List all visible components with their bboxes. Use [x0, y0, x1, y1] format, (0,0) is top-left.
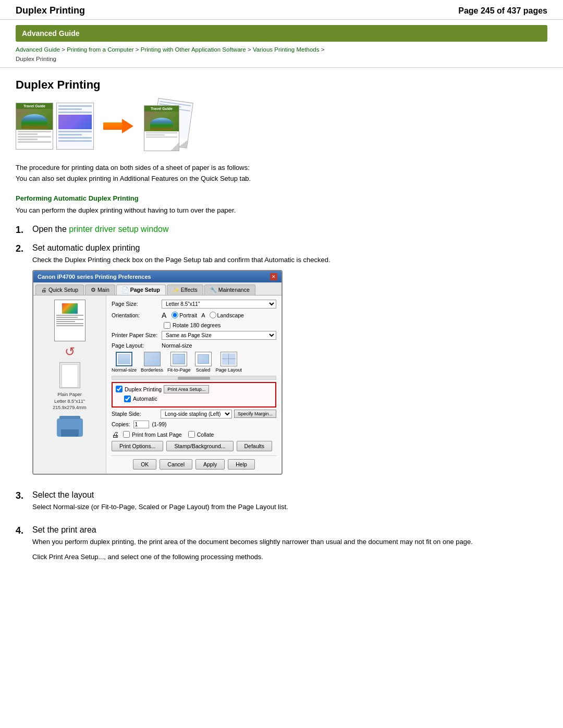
cancel-button[interactable]: Cancel — [160, 459, 192, 470]
dialog-layout-icons: Normal-size Borderless — [112, 352, 276, 373]
copies-label: Copies: — [112, 421, 130, 427]
portrait-radio-input[interactable] — [172, 312, 178, 318]
dialog-printer-paper-select[interactable]: Same as Page Size — [162, 331, 276, 340]
result-fold-corner — [171, 143, 179, 151]
step-3-content: Select the layout Select Normal-size (or… — [32, 490, 547, 517]
result-travel-line-2 — [146, 134, 165, 135]
dialog-page-layout-label-row: Page Layout: Normal-size — [112, 342, 276, 349]
collate-checkbox[interactable] — [188, 431, 195, 438]
page-doc-travel: Travel Guide — [16, 103, 53, 150]
layout-grid-3 — [222, 359, 229, 365]
step-1-link[interactable]: printer driver setup window — [69, 225, 168, 233]
dialog-printer-paper-row: Printer Paper Size: Same as Page Size — [112, 331, 276, 340]
description-line1: The procedure for printing data on both … — [16, 164, 250, 171]
dialog-rotate-row: Rotate 180 degrees — [164, 322, 276, 329]
dialog-orientation-row: Orientation: A Portrait A — [112, 311, 276, 319]
dialog-landscape-radio[interactable]: Landscape — [210, 312, 244, 318]
pages-after: Travel Guide — [144, 100, 191, 152]
breadcrumb-sep-1: > — [62, 46, 67, 53]
step-1: 1. Open the printer driver setup window — [16, 225, 547, 236]
description-line2: You can also set duplex printing in Addi… — [16, 175, 251, 182]
print-from-last-row: 🖨 Print from Last Page Collate — [112, 430, 276, 439]
result-travel-lines — [144, 131, 179, 140]
breadcrumb-sep-2: > — [136, 46, 141, 53]
result-page-front: Travel Guide — [144, 105, 179, 151]
layout-icon-scaled-box — [195, 352, 212, 366]
printer-top — [59, 416, 80, 419]
step-2-title: Set automatic duplex printing — [32, 243, 547, 253]
dialog-left-panel: ↺ Plain Paper Letter 8.5"x11" 215.9x279.… — [33, 295, 106, 474]
dialog-tab-effects[interactable]: ✨ Effects — [167, 285, 203, 295]
print-from-last-checkbox[interactable] — [123, 431, 130, 438]
page-doc-lined — [56, 103, 94, 150]
breadcrumb-printing-other[interactable]: Printing with Other Application Software — [141, 46, 246, 53]
layout-grid-4 — [229, 359, 236, 365]
right-arrow-icon — [103, 119, 134, 133]
result-travel-header: Travel Guide — [144, 106, 179, 112]
dialog-orientation-label: Orientation: — [112, 312, 158, 318]
lined-row-1 — [58, 105, 92, 107]
layout-icon-normal-inner — [118, 354, 130, 364]
rotate-checkbox[interactable] — [164, 322, 170, 329]
specify-margin-button[interactable]: Specify Margin... — [234, 410, 276, 418]
dialog-preview-line-2 — [56, 317, 78, 318]
travel-line-2 — [18, 133, 38, 135]
automatic-label: Automatic — [133, 396, 157, 402]
dialog-preview-line-3 — [56, 319, 83, 320]
dialog-page-size-select[interactable]: Letter 8.5"x11" — [162, 300, 276, 309]
duplex-printing-label: Duplex Printing — [125, 386, 162, 392]
staple-side-label: Staple Side: — [112, 411, 158, 417]
landscape-radio-input[interactable] — [210, 312, 216, 318]
copies-row: Copies: (1-99) — [112, 421, 276, 428]
apply-button[interactable]: Apply — [195, 459, 225, 470]
stamp-background-button[interactable]: Stamp/Background... — [166, 441, 233, 451]
dialog-scroll-bar[interactable] — [112, 376, 276, 380]
layout-icon-fitpage[interactable]: Fit-to-Page — [167, 352, 191, 373]
page-main-title: Duplex Printing — [16, 78, 547, 92]
advanced-guide-label: Advanced Guide — [22, 29, 79, 38]
defaults-button[interactable]: Defaults — [237, 441, 273, 451]
layout-icon-normal-box — [116, 352, 132, 366]
layout-icon-borderless[interactable]: Borderless — [141, 352, 163, 373]
layout-icon-pagelayout[interactable]: Page Layout — [216, 352, 242, 373]
dialog-screenshot: Canon iP4700 series Printing Preferences… — [32, 270, 283, 475]
layout-icon-normal[interactable]: Normal-size — [112, 352, 137, 373]
dialog-tab-main[interactable]: ⚙ Main — [85, 285, 115, 295]
lined-row-4 — [58, 131, 92, 132]
staple-side-select[interactable]: Long-side stapling (Left) — [161, 410, 232, 418]
dialog-tab-quick-setup[interactable]: 🖨 Quick Setup — [35, 285, 84, 295]
layout-icon-scaled[interactable]: Scaled — [195, 352, 212, 373]
step-4-title: Set the print area — [32, 525, 547, 535]
travel-line-3 — [18, 136, 51, 138]
dialog-printer-paper-label: Printer Paper Size: — [112, 332, 158, 338]
layout-icon-borderless-box — [144, 352, 161, 366]
layout-icon-fitpage-inner — [173, 354, 185, 364]
dialog-tab-maintenance[interactable]: 🔧 Maintenance — [204, 285, 255, 295]
performing-desc: You can perform the duplex printing with… — [16, 205, 547, 216]
breadcrumb-printing-from-computer[interactable]: Printing from a Computer — [67, 46, 133, 53]
travel-header: Travel Guide — [16, 103, 53, 109]
ok-button[interactable]: OK — [133, 459, 156, 470]
breadcrumb-sep-3: > — [248, 46, 253, 53]
copies-input[interactable] — [133, 421, 149, 428]
print-area-setup-button[interactable]: Print Area Setup... — [164, 385, 209, 393]
lined-row-5 — [58, 134, 82, 135]
dialog-tab-page-setup[interactable]: 📄 Page Setup — [116, 285, 166, 295]
copies-range: (1-99) — [152, 421, 167, 427]
automatic-checkbox-row: Automatic — [124, 396, 272, 402]
automatic-checkbox[interactable] — [124, 396, 131, 402]
breadcrumb-advanced-guide[interactable]: Advanced Guide — [16, 46, 60, 53]
print-options-button[interactable]: Print Options... — [112, 441, 163, 451]
breadcrumb-various-methods[interactable]: Various Printing Methods — [253, 46, 320, 53]
lined-row-2 — [58, 108, 82, 110]
step-2-number: 2. — [16, 243, 28, 254]
dialog-portrait-radio[interactable]: Portrait — [172, 312, 197, 318]
duplex-printing-checkbox[interactable] — [116, 386, 123, 392]
step-4-body-line1: When you perform duplex printing, the pr… — [32, 537, 547, 548]
breadcrumb-sep-4: > — [321, 46, 325, 53]
layout-icon-borderless-fill — [144, 352, 160, 366]
step-2-content: Set automatic duplex printing Check the … — [32, 243, 547, 483]
printer-tray — [61, 429, 79, 437]
dialog-close-button[interactable]: ✕ — [270, 273, 277, 280]
help-button[interactable]: Help — [228, 459, 255, 470]
